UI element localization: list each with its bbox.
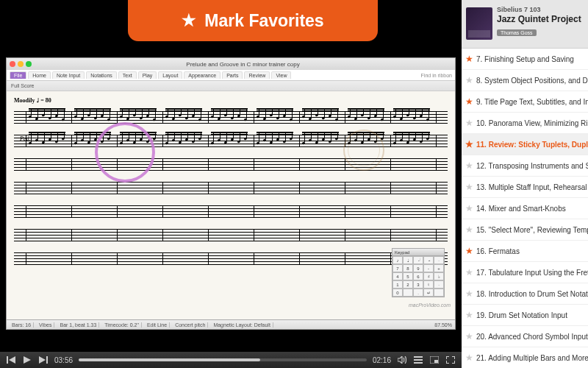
lesson-label: 21. Adding Multiple Bars and More Tempo (476, 354, 588, 362)
keypad-panel: Keypad ♪♩𝅗𝅥𝅝· 789-+ 456♯♭ 123♮· 0.↵ (392, 248, 445, 297)
lesson-label: 7. Finishing Setup and Saving (476, 55, 588, 63)
course-author: Thomas Goss (497, 29, 537, 36)
lesson-label: 20. Advanced Chord Symbol Input - Part 1 (476, 333, 588, 341)
lesson-label: 9. Title Page Text, Subtitles, and Instr… (476, 98, 588, 106)
pedal-marking: Ped. (20, 135, 30, 142)
favorite-star-icon[interactable]: ★ (462, 203, 476, 213)
favorite-star-icon[interactable]: ★ (462, 310, 476, 320)
video-area: ★ Mark Favorites Prelude and Groove in C… (0, 0, 462, 368)
favorite-star-icon[interactable]: ★ (462, 267, 476, 277)
lesson-item[interactable]: ★16. Fermatas (462, 241, 588, 262)
staff-system: // barlines & note groups drawn inline f… (14, 107, 448, 269)
lesson-label: 16. Fermatas (476, 247, 588, 255)
status-timecode: Timecode: 0.2" (102, 322, 142, 328)
video-content: Prelude and Groove in C minor trainer co… (0, 0, 462, 352)
pip-button[interactable] (429, 355, 440, 364)
favorite-star-icon[interactable]: ★ (462, 118, 476, 128)
lesson-label: 17. Tabulature Input Using the Fretboard… (476, 269, 588, 277)
favorite-star-icon[interactable]: ★ (462, 289, 476, 299)
lesson-item[interactable]: ★12. Transposing Instruments and Slides (462, 155, 588, 177)
favorite-star-icon[interactable]: ★ (462, 246, 476, 256)
coffee-stain-icon (343, 130, 384, 171)
score-area: Moodily ♩ = 80 // barlines & note groups… (7, 91, 455, 319)
tab-file: File (10, 71, 26, 79)
favorite-star-icon[interactable]: ★ (462, 96, 476, 107)
lesson-list[interactable]: ★7. Finishing Setup and Saving★8. System… (462, 49, 588, 368)
window-chrome: Prelude and Groove in C minor trainer co… (7, 58, 455, 70)
lesson-label: 10. Panorama View, Minimizing Ribbon, an (476, 119, 588, 127)
course-title: Jazz Quintet Project (497, 14, 582, 24)
status-bars: Bars: 16 (10, 322, 34, 328)
favorites-banner: ★ Mark Favorites (128, 0, 378, 41)
lesson-item[interactable]: ★8. System Object Positions, and Draggin… (462, 70, 588, 91)
window-title: Prelude and Groove in C minor trainer co… (34, 61, 452, 68)
tab-note-input: Note Input (52, 71, 85, 79)
lesson-label: 11. Review: Sticky Tuplets, Duplicating,… (476, 141, 588, 149)
course-thumbnail (466, 7, 492, 40)
lesson-item[interactable]: ★20. Advanced Chord Symbol Input - Part … (462, 326, 588, 347)
app-screenshot: Prelude and Groove in C minor trainer co… (6, 57, 456, 330)
favorite-star-icon[interactable]: ★ (462, 331, 476, 342)
prev-button[interactable] (6, 355, 16, 364)
tab-review: Review (244, 71, 270, 79)
lesson-item[interactable]: ★21. Adding Multiple Bars and More Tempo (462, 347, 588, 368)
status-bar: Bars: 16 Vibes Bar 1, beat 1.33 Timecode… (7, 319, 455, 329)
staff-row (14, 248, 448, 269)
lesson-item[interactable]: ★15. "Select More", Reviewing Tempo Text… (462, 219, 588, 241)
favorite-star-icon[interactable]: ★ (462, 160, 476, 171)
staff-row (14, 201, 448, 222)
lesson-item[interactable]: ★10. Panorama View, Minimizing Ribbon, a… (462, 113, 588, 134)
favorite-star-icon[interactable]: ★ (462, 353, 476, 363)
sidebar: Sibelius 7 103 Jazz Quintet Project Thom… (462, 0, 588, 368)
sub-ribbon: Full Score (7, 81, 455, 91)
course-series: Sibelius 7 103 (497, 6, 582, 13)
find-in-ribbon: Find in ribbon (421, 73, 452, 78)
course-header: Sibelius 7 103 Jazz Quintet Project Thom… (462, 0, 588, 49)
lesson-item[interactable]: ★9. Title Page Text, Subtitles, and Inst… (462, 91, 588, 113)
fullscreen-button[interactable] (445, 355, 456, 364)
lesson-item[interactable]: ★17. Tabulature Input Using the Fretboar… (462, 262, 588, 283)
tab-view: View (271, 71, 291, 79)
lesson-item[interactable]: ★14. Mixer and Smart-Knobs (462, 198, 588, 219)
favorite-star-icon[interactable]: ★ (462, 139, 476, 149)
lesson-item[interactable]: ★7. Finishing Setup and Saving (462, 49, 588, 70)
tab-appearance: Appearance (184, 71, 220, 79)
progress-fill (79, 358, 260, 361)
tempo-marking: Moodily ♩ = 80 (14, 97, 448, 104)
tab-notations: Notations (86, 71, 117, 79)
lesson-item[interactable]: ★11. Review: Sticky Tuplets, Duplicating… (462, 134, 588, 155)
play-button[interactable] (22, 355, 32, 364)
keypad-title: Keypad (392, 249, 444, 256)
ribbon-tabs: File Home Note Input Notations Text Play… (7, 70, 455, 81)
volume-button[interactable] (397, 355, 407, 364)
status-position: Bar 1, beat 1.33 (57, 322, 99, 328)
status-instrument: Vibes (37, 322, 54, 328)
favorite-star-icon[interactable]: ★ (462, 224, 476, 235)
keypad-grid: ♪♩𝅗𝅥𝅝· 789-+ 456♯♭ 123♮· 0.↵ (392, 256, 444, 297)
full-score-label: Full Score (11, 83, 35, 88)
tab-home: Home (28, 71, 51, 79)
tab-text: Text (118, 71, 137, 79)
next-button[interactable] (38, 355, 49, 364)
lesson-label: 13. Multiple Staff Input, Rehearsal Mark… (476, 183, 588, 191)
lesson-label: 8. System Object Positions, and Dragging (476, 77, 588, 85)
minimize-icon (18, 61, 24, 67)
lesson-item[interactable]: ★19. Drum Set Notation Input (462, 305, 588, 326)
favorite-star-icon[interactable]: ★ (462, 75, 476, 85)
highlight-circle-icon (95, 122, 155, 183)
player-bar: 03:56 02:16 (0, 352, 462, 368)
staff-row (14, 177, 448, 198)
favorite-star-icon[interactable]: ★ (462, 182, 476, 192)
lesson-item[interactable]: ★13. Multiple Staff Input, Rehearsal Mar… (462, 177, 588, 198)
staff-row: // barlines & note groups drawn inline f… (14, 107, 448, 127)
tab-parts: Parts (222, 71, 243, 79)
favorite-star-icon[interactable]: ★ (462, 54, 476, 64)
star-icon: ★ (182, 11, 196, 30)
lesson-label: 12. Transposing Instruments and Slides (476, 162, 588, 170)
lesson-label: 18. Introduction to Drum Set Notation (476, 290, 588, 298)
progress-bar[interactable] (79, 358, 367, 361)
duration: 02:16 (373, 356, 391, 364)
lesson-item[interactable]: ★18. Introduction to Drum Set Notation (462, 283, 588, 305)
toc-button[interactable] (413, 355, 423, 364)
current-time: 03:56 (54, 356, 73, 364)
